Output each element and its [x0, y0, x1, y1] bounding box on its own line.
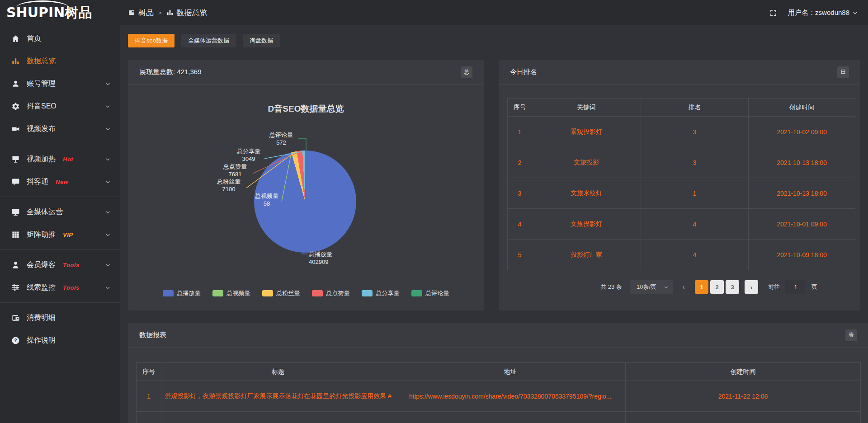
sidebar-item-label: 数据总览 — [27, 56, 56, 66]
chevron-down-icon — [105, 156, 111, 162]
sidebar-item-tag: New — [56, 179, 68, 185]
goto-page-input[interactable]: 1 — [785, 280, 806, 294]
pie-chart: D音SEO数据量总览 总播放量402909 总视频量58 总粉丝 — [128, 85, 484, 310]
user-menu[interactable]: 用户名：zswodun88 — [788, 9, 858, 17]
legend-item-2[interactable]: 总粉丝量 — [262, 289, 300, 297]
sidebar-item-tag: Tools — [63, 262, 80, 268]
page-button-3[interactable]: 3 — [726, 280, 739, 294]
legend-item-1[interactable]: 总视频量 — [212, 289, 250, 297]
sidebar-item-member-baoke[interactable]: 会员爆客Tools — [0, 254, 120, 276]
legend-label: 总分享量 — [376, 289, 400, 297]
table-cell[interactable]: 2021-10-02 09:00 — [749, 117, 855, 147]
total-badge-button[interactable]: 总 — [461, 66, 472, 78]
table-badge-button[interactable]: 表 — [845, 329, 857, 341]
sliders-icon — [11, 283, 20, 292]
table-cell[interactable]: 1 — [508, 117, 532, 147]
fullscreen-icon[interactable] — [769, 9, 777, 17]
table-cell[interactable]: 2021-11-22 12:08 — [626, 381, 861, 412]
sidebar: 首页数据总览账号管理抖音SEO视频发布视频加热Hot抖客通New全媒体运营矩阵助… — [0, 25, 120, 423]
page-size-select[interactable]: 10条/页 — [630, 280, 673, 294]
page-button-1[interactable]: 1 — [695, 280, 708, 294]
page-number-group: 123 — [694, 280, 740, 294]
report-panel: 数据报表 表 序号标题地址创建时间1景观投影灯，夜游景观投影灯厂家展示展示落花灯… — [128, 323, 868, 423]
sidebar-item-matrix-boost[interactable]: 矩阵助推VIP — [0, 223, 120, 246]
table-cell[interactable]: 2021-10-09 18:00 — [749, 240, 855, 270]
pie-label-fans-total: 总粉丝量7100 — [208, 178, 249, 193]
table-header-cell: 地址 — [395, 363, 626, 381]
table-cell[interactable]: 文旅水纹灯 — [532, 178, 641, 209]
breadcrumb-current[interactable]: 数据总览 — [166, 8, 208, 18]
overview-panel: 展现量总数: 421,369 总 D音SEO数据量总览 总播放量402909 — [128, 60, 484, 310]
table-cell[interactable]: 投影灯厂家 — [532, 240, 641, 270]
table-cell[interactable]: 2021-10-01 09:00 — [749, 209, 855, 240]
page-size-value: 10条/页 — [637, 283, 656, 291]
table-cell[interactable]: 2021-10-13 18:00 — [749, 147, 855, 178]
breadcrumb-root-label: 树品 — [138, 8, 154, 18]
breadcrumb: 树品 > 数据总览 — [128, 8, 208, 18]
sidebar-item-clue-monitor[interactable]: 线索监控Tools — [0, 276, 120, 299]
sidebar-item-media-ops[interactable]: 全媒体运营 — [0, 201, 120, 223]
sidebar-item-help[interactable]: ?操作说明 — [0, 329, 120, 352]
sidebar-item-home[interactable]: 首页 — [0, 27, 120, 50]
tab-douyin-seo-data[interactable]: 抖音seo数据 — [128, 34, 175, 47]
table-cell[interactable]: 2021-10-13 18:00 — [749, 178, 855, 209]
legend-item-4[interactable]: 总分享量 — [362, 289, 400, 297]
legend-item-0[interactable]: 总播放量 — [163, 289, 201, 297]
sidebar-item-label: 全媒体运营 — [27, 207, 63, 217]
breadcrumb-root[interactable]: 树品 — [128, 8, 154, 18]
breadcrumb-current-label: 数据总览 — [177, 8, 208, 18]
page-button-2[interactable]: 2 — [710, 280, 724, 294]
legend-marker — [212, 290, 223, 296]
app-square-icon — [128, 9, 135, 16]
table-cell — [161, 412, 395, 423]
chevron-down-icon — [105, 126, 111, 132]
sidebar-item-account-manage[interactable]: 账号管理 — [0, 72, 120, 95]
ranking-panel: 今日排名 日 序号关键词排名创建时间1景观投影灯32021-10-02 09:0… — [499, 60, 860, 310]
table-cell[interactable]: 4 — [508, 209, 532, 240]
sidebar-item-data-overview[interactable]: 数据总览 — [0, 50, 120, 72]
sidebar-item-video-heat[interactable]: 视频加热Hot — [0, 148, 120, 170]
sidebar-item-label: 视频发布 — [27, 124, 56, 134]
tab-media-ops-data[interactable]: 全媒体运营数据 — [181, 34, 236, 47]
table-cell[interactable]: 景观投影灯 — [532, 117, 641, 147]
main-content: 抖音seo数据全媒体运营数据询盘数据 展现量总数: 421,369 总 D音SE… — [120, 25, 868, 423]
sidebar-item-video-publish[interactable]: 视频发布 — [0, 118, 120, 140]
legend-item-5[interactable]: 总评论量 — [411, 289, 449, 297]
table-cell[interactable]: 3 — [641, 147, 749, 178]
home-icon — [11, 34, 20, 43]
chevron-down-icon — [105, 285, 111, 291]
sidebar-item-label: 账号管理 — [27, 79, 56, 89]
table-cell — [626, 412, 861, 423]
table-header-cell: 排名 — [641, 99, 749, 117]
legend-marker — [262, 290, 273, 296]
app-logo: SHUPIN树品 — [0, 0, 120, 25]
next-page-button[interactable]: › — [745, 280, 758, 294]
goto-label: 前往 — [768, 283, 780, 291]
legend-item-3[interactable]: 总点赞量 — [312, 289, 350, 297]
sidebar-item-consume-detail[interactable]: 消费明细 — [0, 306, 120, 329]
table-cell[interactable]: 4 — [641, 240, 749, 270]
table-cell[interactable]: 4 — [641, 209, 749, 240]
table-cell[interactable]: 1 — [641, 178, 749, 209]
table-cell[interactable]: https://www.iesdouyin.com/share/video/70… — [395, 381, 626, 412]
daily-badge-button[interactable]: 日 — [837, 66, 849, 78]
table-cell[interactable]: 文旅投影灯 — [532, 209, 641, 240]
table-header-cell: 创建时间 — [749, 99, 855, 117]
sidebar-item-doukertong[interactable]: 抖客通New — [0, 170, 120, 193]
table-cell[interactable]: 景观投影灯，夜游景观投影灯厂家展示展示落花灯在花园里的灯光投影应用效果 # — [161, 381, 395, 412]
sidebar-item-douyin-seo[interactable]: 抖音SEO — [0, 95, 120, 118]
table-cell[interactable]: 1 — [137, 381, 161, 412]
tab-inquiry-data[interactable]: 询盘数据 — [243, 34, 280, 47]
prev-page-button[interactable]: ‹ — [677, 280, 690, 294]
sidebar-divider — [0, 144, 120, 144]
table-cell[interactable]: 文旅投影 — [532, 147, 641, 178]
svg-text:?: ? — [14, 338, 17, 343]
table-cell[interactable]: 3 — [508, 178, 532, 209]
table-cell[interactable]: 5 — [508, 240, 532, 270]
table-cell[interactable]: 2 — [508, 147, 532, 178]
pie-label-video-total: 总视频量58 — [246, 192, 287, 207]
legend-label: 总粉丝量 — [277, 289, 300, 297]
sidebar-item-label: 操作说明 — [27, 336, 56, 345]
table-cell[interactable]: 3 — [641, 117, 749, 147]
ranking-panel-title: 今日排名 — [510, 68, 537, 76]
